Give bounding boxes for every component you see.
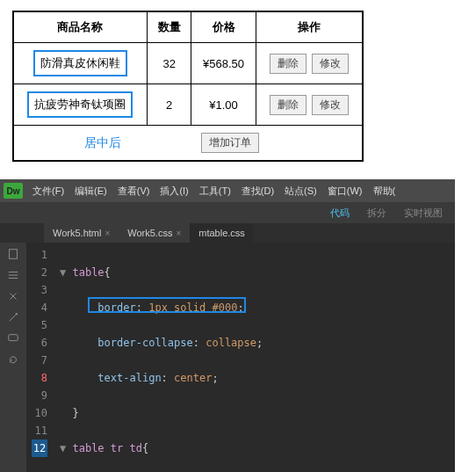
tab-work5-html[interactable]: Work5.html× xyxy=(44,223,119,243)
table-row: 抗疲劳神奇钛项圈 2 ¥1.00 删除 修改 xyxy=(13,84,363,126)
close-icon[interactable]: × xyxy=(105,229,110,238)
menu-insert[interactable]: 插入(I) xyxy=(155,185,192,198)
view-bar: 代码 拆分 实时视图 xyxy=(0,202,455,223)
view-live[interactable]: 实时视图 xyxy=(404,207,443,220)
center-label: 居中后 xyxy=(77,128,128,156)
edit-button[interactable]: 修改 xyxy=(312,95,349,115)
col-price: 价格 xyxy=(191,11,256,43)
line-numbers: 1 2 3 4 5 6 7 8 9 10 11 12 xyxy=(26,243,53,472)
table-row: 防滑真皮休闲鞋 32 ¥568.50 删除 修改 xyxy=(13,43,363,84)
collapse-icon[interactable] xyxy=(7,290,19,302)
svg-rect-0 xyxy=(10,250,18,259)
view-code[interactable]: 代码 xyxy=(330,207,350,220)
refresh-icon[interactable] xyxy=(7,353,19,366)
cart-table: 商品名称 数量 价格 操作 防滑真皮休闲鞋 32 ¥568.50 删除 修改 抗… xyxy=(12,11,364,162)
product-price: ¥568.50 xyxy=(191,43,256,84)
tool-gutter xyxy=(0,243,26,472)
settings-icon[interactable] xyxy=(7,269,19,281)
product-name: 防滑真皮休闲鞋 xyxy=(33,50,127,76)
product-qty: 32 xyxy=(147,43,191,84)
dreamweaver-ide: Dw 文件(F) 编辑(E) 查看(V) 插入(I) 工具(T) 查找(D) 站… xyxy=(0,179,455,472)
highlight-box xyxy=(88,297,246,313)
tab-mtable-css[interactable]: mtable.css xyxy=(190,223,254,243)
tab-work5-css[interactable]: Work5.css× xyxy=(119,223,190,243)
col-qty: 数量 xyxy=(147,11,191,43)
col-action: 操作 xyxy=(256,11,363,43)
header-row: 商品名称 数量 价格 操作 xyxy=(13,11,363,43)
menu-find[interactable]: 查找(D) xyxy=(237,185,278,198)
menu-view[interactable]: 查看(V) xyxy=(113,185,155,198)
product-price: ¥1.00 xyxy=(191,84,256,126)
menu-help[interactable]: 帮助( xyxy=(369,185,400,198)
footer-row: 居中后 增加订单 xyxy=(13,126,363,162)
delete-button[interactable]: 删除 xyxy=(270,54,307,74)
menu-file[interactable]: 文件(F) xyxy=(28,185,69,198)
product-qty: 2 xyxy=(147,84,191,126)
dw-logo: Dw xyxy=(4,183,23,199)
close-icon[interactable]: × xyxy=(176,229,181,238)
comment-icon[interactable] xyxy=(7,332,19,345)
file-icon[interactable] xyxy=(7,248,19,260)
menu-window[interactable]: 窗口(W) xyxy=(323,185,367,198)
menu-site[interactable]: 站点(S) xyxy=(280,185,321,198)
add-order-button[interactable]: 增加订单 xyxy=(201,133,259,153)
product-name: 抗疲劳神奇钛项圈 xyxy=(27,91,133,118)
code-editor[interactable]: ▼ table{ border: 1px solid #000; border-… xyxy=(53,243,455,472)
menu-tools[interactable]: 工具(T) xyxy=(195,185,235,198)
col-name: 商品名称 xyxy=(13,11,147,43)
delete-button[interactable]: 删除 xyxy=(270,95,307,115)
tabbar: Work5.html× Work5.css× mtable.css xyxy=(0,223,455,243)
menubar: Dw 文件(F) 编辑(E) 查看(V) 插入(I) 工具(T) 查找(D) 站… xyxy=(0,179,455,202)
menu-edit[interactable]: 编辑(E) xyxy=(70,185,112,198)
wand-icon[interactable] xyxy=(7,311,19,323)
svg-rect-1 xyxy=(9,335,18,341)
edit-button[interactable]: 修改 xyxy=(312,54,349,74)
view-split[interactable]: 拆分 xyxy=(367,207,386,220)
